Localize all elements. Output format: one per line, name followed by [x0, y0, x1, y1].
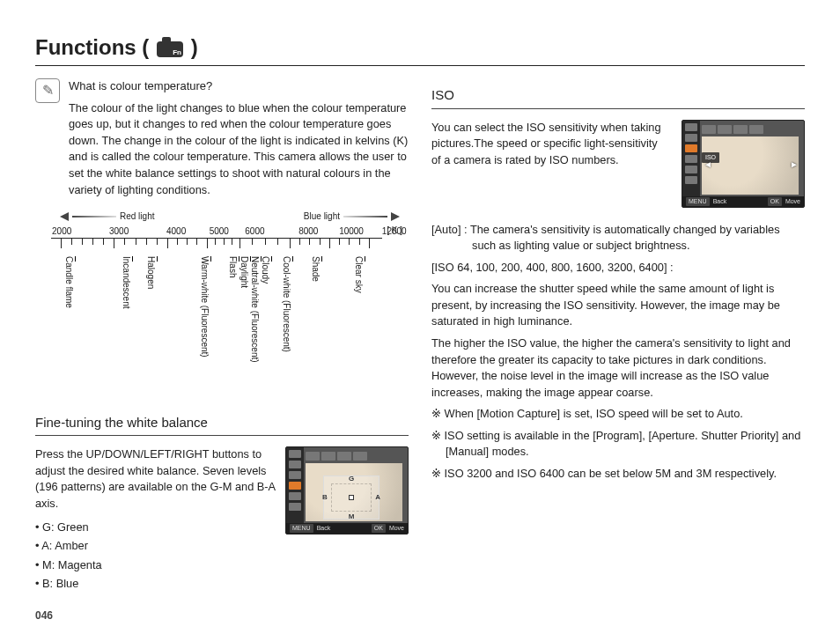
wb-menu-highlight-icon — [289, 482, 301, 490]
iso-body-1: You can increase the shutter speed while… — [431, 281, 805, 330]
move-label: Move — [785, 197, 800, 206]
wb-grid: G A M B — [323, 476, 379, 520]
title-suffix: ) — [191, 35, 198, 59]
wb-colour-item: • G: Green — [35, 520, 276, 536]
kelvin-value: 10000 — [339, 225, 364, 239]
grid-bottom-label: M — [349, 512, 355, 522]
note-question: What is colour temperature? — [69, 78, 409, 95]
light-source-label: Clear sky — [351, 256, 365, 293]
arrow-left-icon — [60, 212, 69, 221]
wb-colour-item: • M: Magenta — [35, 557, 276, 574]
light-source-label: Incandescent — [119, 256, 133, 309]
blue-arrow: Blue light — [304, 210, 400, 224]
grid-top-label: G — [349, 474, 354, 484]
kelvin-value: 8000 — [298, 225, 318, 239]
back-label: Back — [317, 524, 331, 533]
light-source-label: Cloudy — [258, 256, 272, 284]
light-source-label: Warm-white (Fluorescent) — [197, 256, 211, 358]
red-arrow: Red light — [60, 210, 154, 224]
iso-auto-text: The camera's sensitivity is automaticall… — [470, 223, 780, 253]
iso-note: ※ ISO setting is available in the [Progr… — [431, 428, 805, 461]
menu-tag: MENU — [290, 524, 313, 533]
kelvin-value: 12000 — [382, 225, 407, 239]
pencil-note-icon: ✎ — [35, 78, 60, 103]
grid-right-label: A — [375, 493, 380, 504]
kelvin-value: 6000 — [245, 225, 264, 239]
kelvin-labels: [ K ] 2000300040005000600080001000012000 — [51, 225, 409, 238]
iso-values-label: [ISO 64, 100, 200, 400, 800, 1600, 3200,… — [431, 260, 805, 276]
light-source-label: Shade — [308, 256, 322, 282]
light-source-label: Halogen — [144, 256, 158, 289]
nav-right-icon: ► — [790, 158, 799, 172]
kelvin-value: 2000 — [52, 225, 71, 239]
title-prefix: Functions ( — [35, 35, 149, 59]
ok-tag: OK — [768, 197, 782, 206]
wb-colour-item: • B: Blue — [35, 576, 276, 593]
light-sources: Candle flameIncandescentHalogenWarm-whit… — [51, 256, 409, 397]
wb-lcd-preview: G A M B MENU Back OK Move — [285, 446, 409, 534]
page-title: Functions ( ) — [35, 35, 805, 66]
iso-intro: You can select the ISO sensitivity when … — [431, 120, 669, 208]
iso-body-2: The higher the ISO value, the higher the… — [431, 335, 805, 401]
iso-note: ※ When [Motion Capture] is set, ISO spee… — [431, 406, 805, 423]
arrow-right-icon — [391, 212, 400, 221]
page-number: 046 — [35, 609, 53, 622]
move-label: Move — [389, 524, 404, 533]
wb-colour-list: • G: Green• A: Amber• M: Magenta• B: Blu… — [35, 520, 276, 593]
iso-auto-label: [Auto] : — [431, 223, 468, 236]
kelvin-value: 3000 — [109, 225, 129, 239]
kelvin-ticks — [51, 239, 382, 251]
wb-heading: Fine-tuning the white balance — [35, 413, 409, 437]
colour-temp-scale: Red light Blue light [ K ] 2000300040005… — [51, 210, 409, 397]
kelvin-value: 5000 — [210, 225, 229, 239]
light-source-label: Candle flame — [62, 256, 76, 308]
wb-body: Press the UP/DOWN/LEFT/RIGHT buttons to … — [35, 446, 276, 512]
info-note: ✎ What is colour temperature? The colour… — [35, 78, 409, 198]
nav-left-icon: ◄ — [704, 158, 712, 172]
iso-note: ※ ISO 3200 and ISO 6400 can be set below… — [431, 466, 805, 483]
camera-fn-icon — [157, 41, 183, 57]
red-light-label: Red light — [120, 210, 154, 224]
blue-light-label: Blue light — [304, 210, 340, 224]
grid-left-label: B — [322, 493, 328, 504]
kelvin-value: 4000 — [166, 225, 186, 239]
iso-photo-icon — [702, 136, 799, 195]
wb-cursor-icon — [349, 495, 354, 500]
iso-heading: ISO — [431, 85, 805, 109]
iso-menu-highlight-icon — [685, 144, 697, 152]
right-column: ISO You can select the ISO sensitivity w… — [431, 78, 805, 595]
ok-tag: OK — [372, 524, 386, 533]
left-column: ✎ What is colour temperature? The colour… — [35, 78, 409, 595]
menu-tag: MENU — [686, 197, 710, 206]
note-body: The colour of the light changes to blue … — [69, 100, 409, 198]
iso-auto-row: [Auto] : The camera's sensitivity is aut… — [431, 222, 805, 254]
wb-colour-item: • A: Amber — [35, 538, 276, 555]
iso-lcd-preview: ISO ◄ ► MENU Back OK Move — [682, 120, 805, 208]
back-label: Back — [713, 197, 727, 206]
light-source-label: Cool-white (Fluorescent) — [280, 256, 294, 352]
